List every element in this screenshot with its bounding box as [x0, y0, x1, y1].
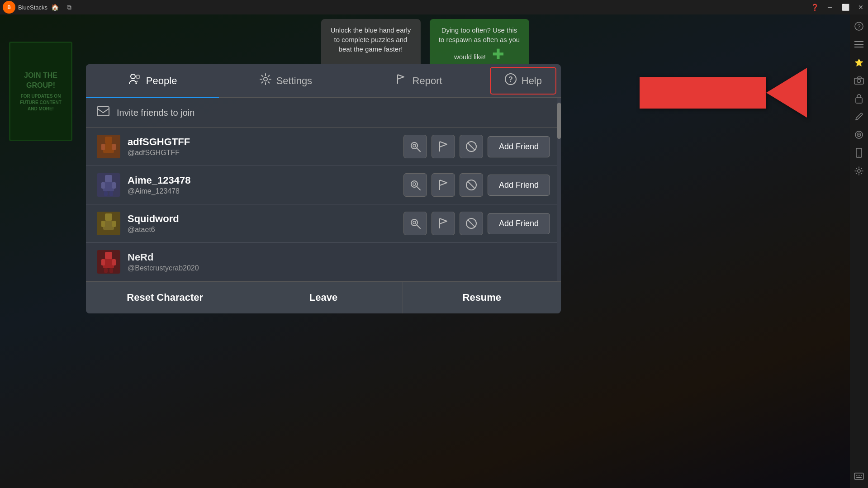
player-row: NeRd @Bestcrustycrab2020 [86, 243, 561, 281]
svg-line-15 [417, 148, 420, 152]
tab-report-label: Report [413, 75, 442, 87]
tab-help[interactable]: ? Help [490, 67, 556, 95]
player-row: Aime_123478 @Aime_123478 [86, 166, 561, 204]
svg-rect-32 [101, 221, 105, 227]
player-handle-2: @Aime_123478 [128, 187, 396, 195]
main-panel: People Settings Report [86, 64, 561, 313]
player-avatar-3 [97, 212, 120, 235]
sidebar-star-icon[interactable]: ⭐ [851, 54, 867, 71]
sidebar-edit-icon[interactable] [851, 109, 867, 125]
svg-point-16 [413, 144, 416, 147]
minimize-button[interactable]: ─ [823, 0, 837, 14]
svg-rect-22 [112, 182, 116, 189]
home-icon[interactable]: 🏠 [47, 0, 62, 14]
svg-point-53 [857, 79, 861, 83]
report-player-2-button[interactable] [432, 173, 455, 197]
player-actions-1: Add Friend [403, 135, 550, 158]
game-area: JOIN THE GROUP! FOR UPDATES ON FUTURE CO… [0, 14, 850, 488]
arrow-body [640, 77, 766, 109]
block-player-3-button[interactable] [460, 212, 483, 235]
panel-content: Invite friends to join adfSGHGTFF [86, 98, 561, 281]
view-player-2-button[interactable] [403, 173, 427, 197]
svg-text:?: ? [508, 76, 513, 83]
sidebar-camera-icon[interactable] [851, 72, 867, 89]
player-row: adfSGHGTFF @adfSGHGTFF [86, 128, 561, 166]
tab-people[interactable]: People [86, 64, 219, 97]
player-avatar-4 [97, 250, 120, 274]
hint-banner-2: Dying too often? Use this to respawn as … [430, 19, 529, 71]
svg-rect-12 [104, 153, 108, 157]
app-title: BlueStacks [18, 4, 47, 11]
sidebar-help-icon[interactable]: ? [851, 18, 867, 34]
settings-tab-icon [259, 73, 272, 89]
tab-report[interactable]: Report [352, 64, 485, 97]
maximize-button[interactable]: ⬜ [838, 0, 853, 14]
right-sidebar: ? ⭐ [850, 14, 868, 488]
scrollbar[interactable] [557, 98, 561, 281]
sidebar-target-icon[interactable] [851, 127, 867, 143]
svg-rect-8 [105, 137, 112, 144]
report-player-1-button[interactable] [432, 135, 455, 158]
resume-button[interactable]: Resume [403, 282, 561, 313]
copy-icon[interactable]: ⧉ [62, 0, 76, 14]
invite-label: Invite friends to join [117, 108, 194, 118]
red-arrow [640, 68, 807, 118]
svg-rect-44 [112, 259, 116, 265]
player-row: Squidword @ataet6 [86, 204, 561, 243]
report-tab-icon [395, 73, 408, 89]
svg-point-3 [136, 75, 140, 79]
player-avatar-2 [97, 173, 120, 197]
close-button[interactable]: ✕ [854, 0, 868, 14]
player-info-3: Squidword @ataet6 [128, 213, 396, 234]
sidebar-settings-icon[interactable] [851, 163, 867, 179]
leave-button[interactable]: Leave [244, 282, 403, 313]
svg-point-57 [859, 134, 860, 136]
svg-rect-19 [105, 175, 112, 182]
player-info-4: NeRd @Bestcrustycrab2020 [128, 251, 550, 272]
svg-rect-10 [101, 144, 105, 150]
svg-line-40 [468, 220, 475, 227]
svg-point-4 [264, 77, 267, 81]
svg-rect-21 [101, 182, 105, 189]
scroll-thumb[interactable] [557, 103, 561, 139]
reset-character-button[interactable]: Reset Character [86, 282, 244, 313]
sidebar-keyboard-icon[interactable] [851, 468, 867, 484]
svg-rect-13 [109, 153, 113, 157]
invite-icon [97, 106, 109, 119]
svg-rect-11 [112, 144, 116, 150]
svg-rect-41 [105, 252, 112, 259]
hint-banner-1: Unlock the blue hand early to complete p… [321, 19, 421, 71]
svg-rect-7 [97, 107, 109, 116]
invite-row[interactable]: Invite friends to join [86, 98, 561, 128]
block-player-1-button[interactable] [460, 135, 483, 158]
svg-rect-33 [112, 221, 116, 227]
arrow-head [766, 68, 807, 118]
svg-rect-24 [109, 191, 113, 196]
help-button[interactable]: ❓ [807, 0, 822, 14]
block-player-2-button[interactable] [460, 173, 483, 197]
titlebar: B BlueStacks 🏠 ⧉ ❓ ─ ⬜ ✕ [0, 0, 868, 14]
svg-line-26 [417, 186, 420, 190]
view-player-1-button[interactable] [403, 135, 427, 158]
add-friend-3-button[interactable]: Add Friend [488, 213, 550, 234]
player-name-1: adfSGHGTFF [128, 136, 396, 148]
hint-banners: Unlock the blue hand early to complete p… [321, 19, 529, 71]
tab-settings[interactable]: Settings [219, 64, 352, 97]
player-name-4: NeRd [128, 251, 550, 263]
player-actions-2: Add Friend [403, 173, 550, 197]
svg-rect-45 [104, 268, 108, 273]
svg-rect-34 [104, 230, 108, 234]
svg-line-29 [468, 181, 475, 189]
svg-line-37 [417, 225, 420, 228]
player-info-1: adfSGHGTFF @adfSGHGTFF [128, 136, 396, 157]
player-name-3: Squidword [128, 213, 396, 225]
plus-icon: ✚ [492, 46, 504, 62]
report-player-3-button[interactable] [432, 212, 455, 235]
add-friend-1-button[interactable]: Add Friend [488, 136, 550, 157]
player-info-2: Aime_123478 @Aime_123478 [128, 175, 396, 195]
sidebar-lock-icon[interactable] [851, 90, 867, 107]
sidebar-phone-icon[interactable] [851, 145, 867, 161]
view-player-3-button[interactable] [403, 212, 427, 235]
add-friend-2-button[interactable]: Add Friend [488, 175, 550, 196]
sidebar-menu-icon[interactable] [851, 36, 867, 52]
